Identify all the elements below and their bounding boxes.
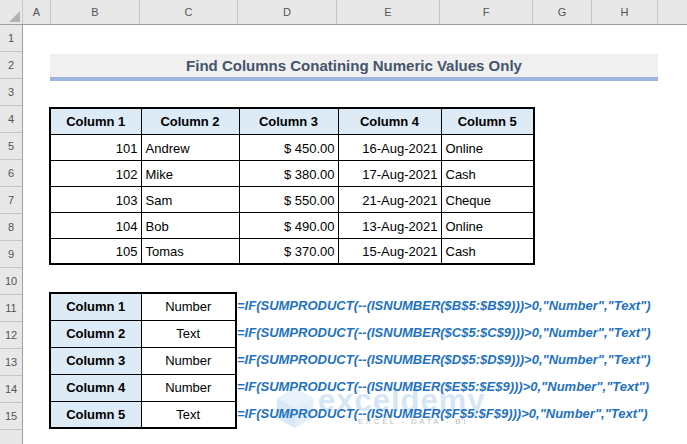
cell[interactable]: Cash <box>441 238 534 264</box>
table-row: Column 3 Number <box>50 347 236 374</box>
column-header[interactable]: A <box>23 0 51 24</box>
cell[interactable]: Andrew <box>141 134 239 160</box>
formula-text[interactable]: =IF(SUMPRODUCT(--(ISNUMBER($B$5:$B$9)))>… <box>237 292 651 319</box>
formula-list: =IF(SUMPRODUCT(--(ISNUMBER($B$5:$B$9)))>… <box>237 292 651 427</box>
select-all-icon <box>9 11 20 22</box>
column-header-filler <box>658 0 687 24</box>
row-header[interactable]: 12 <box>0 322 22 349</box>
row-header[interactable]: 1 <box>0 25 22 52</box>
result-value-cell[interactable]: Number <box>141 347 236 374</box>
cell[interactable]: 16-Aug-2021 <box>338 134 441 160</box>
cell[interactable]: 17-Aug-2021 <box>338 160 441 186</box>
cell[interactable]: 101 <box>50 134 141 160</box>
result-value-cell[interactable]: Text <box>141 401 236 428</box>
result-label-cell[interactable]: Column 3 <box>50 347 141 374</box>
result-value-cell[interactable]: Number <box>141 374 236 401</box>
row-header[interactable]: 7 <box>0 187 22 214</box>
header-cell[interactable]: Column 4 <box>338 108 441 134</box>
cell[interactable]: Mike <box>141 160 239 186</box>
column-header[interactable]: H <box>592 0 658 24</box>
row-header-strip: 1 2 3 4 5 6 7 8 9 10 11 12 13 14 15 <box>0 25 23 444</box>
column-header-strip: A B C D E F G H <box>0 0 687 25</box>
formula-text[interactable]: =IF(SUMPRODUCT(--(ISNUMBER($F$5:$F$9)))>… <box>237 400 651 427</box>
table-row: 101 Andrew $ 450.00 16-Aug-2021 Online <box>50 134 534 160</box>
cell[interactable]: Tomas <box>141 238 239 264</box>
page-title: Find Columns Conatining Numeric Values O… <box>186 57 522 74</box>
select-all-corner[interactable] <box>0 0 23 24</box>
formula-text[interactable]: =IF(SUMPRODUCT(--(ISNUMBER($D$5:$D$9)))>… <box>237 346 651 373</box>
row-header[interactable]: 15 <box>0 403 22 430</box>
cell[interactable]: Cheque <box>441 186 534 212</box>
table-row: Column 5 Text <box>50 401 236 428</box>
result-value-cell[interactable]: Text <box>141 320 236 347</box>
row-header[interactable]: 5 <box>0 133 22 160</box>
formula-text[interactable]: =IF(SUMPRODUCT(--(ISNUMBER($E$5:$E$9)))>… <box>237 373 651 400</box>
row-header-filler <box>0 430 22 444</box>
table-row: Column 1 Number <box>50 293 236 320</box>
column-header[interactable]: C <box>140 0 238 24</box>
row-header[interactable]: 6 <box>0 160 22 187</box>
table-row: 105 Tomas $ 370.00 15-Aug-2021 Cash <box>50 238 534 264</box>
header-cell[interactable]: Column 3 <box>239 108 338 134</box>
cell[interactable]: $ 370.00 <box>239 238 338 264</box>
cell[interactable]: 21-Aug-2021 <box>338 186 441 212</box>
row-header[interactable]: 9 <box>0 241 22 268</box>
table-row: 102 Mike $ 380.00 17-Aug-2021 Cash <box>50 160 534 186</box>
table-row: 103 Sam $ 550.00 21-Aug-2021 Cheque <box>50 186 534 212</box>
cell[interactable]: 105 <box>50 238 141 264</box>
row-header[interactable]: 13 <box>0 349 22 376</box>
table-row: 104 Bob $ 490.00 13-Aug-2021 Online <box>50 212 534 238</box>
row-header[interactable]: 10 <box>0 268 22 295</box>
cell[interactable]: Bob <box>141 212 239 238</box>
title-banner[interactable]: Find Columns Conatining Numeric Values O… <box>50 54 658 81</box>
result-table: Column 1 Number Column 2 Text Column 3 N… <box>49 292 237 429</box>
row-header[interactable]: 3 <box>0 79 22 106</box>
cell[interactable]: 102 <box>50 160 141 186</box>
column-header[interactable]: G <box>533 0 592 24</box>
data-table: Column 1 Column 2 Column 3 Column 4 Colu… <box>49 107 535 265</box>
result-label-cell[interactable]: Column 1 <box>50 293 141 320</box>
result-label-cell[interactable]: Column 5 <box>50 401 141 428</box>
cell[interactable]: 13-Aug-2021 <box>338 212 441 238</box>
row-header[interactable]: 8 <box>0 214 22 241</box>
cell[interactable]: Cash <box>441 160 534 186</box>
header-cell[interactable]: Column 1 <box>50 108 141 134</box>
column-header[interactable]: F <box>440 0 533 24</box>
row-header[interactable]: 11 <box>0 295 22 322</box>
cell[interactable]: Sam <box>141 186 239 212</box>
cell[interactable]: Online <box>441 212 534 238</box>
row-header[interactable]: 4 <box>0 106 22 133</box>
row-header[interactable]: 14 <box>0 376 22 403</box>
cell[interactable]: $ 550.00 <box>239 186 338 212</box>
formula-text[interactable]: =IF(SUMPRODUCT(--(ISNUMBER($C$5:$C$9)))>… <box>237 319 651 346</box>
cell[interactable]: $ 450.00 <box>239 134 338 160</box>
column-header[interactable]: E <box>337 0 440 24</box>
cell[interactable]: $ 490.00 <box>239 212 338 238</box>
cell[interactable]: 103 <box>50 186 141 212</box>
column-header[interactable]: B <box>51 0 140 24</box>
cell[interactable]: 15-Aug-2021 <box>338 238 441 264</box>
result-label-cell[interactable]: Column 4 <box>50 374 141 401</box>
spreadsheet: A B C D E F G H 1 2 3 4 5 6 7 8 9 10 11 … <box>0 0 687 444</box>
header-cell[interactable]: Column 5 <box>441 108 534 134</box>
data-table-header-row: Column 1 Column 2 Column 3 Column 4 Colu… <box>50 108 534 134</box>
column-header[interactable]: D <box>238 0 337 24</box>
row-header[interactable]: 2 <box>0 52 22 79</box>
cell[interactable]: 104 <box>50 212 141 238</box>
header-cell[interactable]: Column 2 <box>141 108 239 134</box>
result-label-cell[interactable]: Column 2 <box>50 320 141 347</box>
cell[interactable]: Online <box>441 134 534 160</box>
table-row: Column 2 Text <box>50 320 236 347</box>
cell[interactable]: $ 380.00 <box>239 160 338 186</box>
table-row: Column 4 Number <box>50 374 236 401</box>
result-value-cell[interactable]: Number <box>141 293 236 320</box>
